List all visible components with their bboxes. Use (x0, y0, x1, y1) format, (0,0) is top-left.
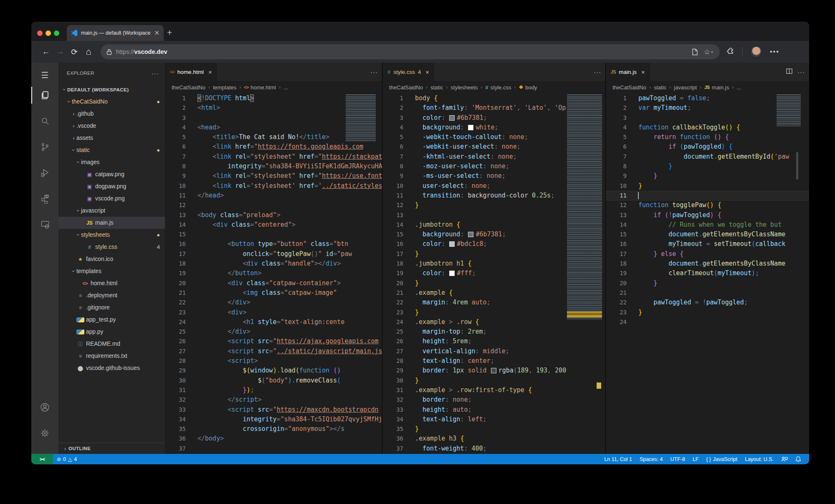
file-tree-item[interactable]: ›images (58, 156, 165, 168)
split-editor-icon[interactable] (786, 68, 792, 76)
status-item-utf-8[interactable]: UTF-8 (666, 456, 688, 462)
more-actions-icon[interactable]: ··· (370, 68, 378, 76)
editor-tab-main.js[interactable]: JSmain.js× (606, 63, 650, 81)
file-tree-item[interactable]: ›templates (58, 265, 165, 277)
tab-close-icon[interactable]: × (641, 68, 645, 76)
more-actions-icon[interactable]: ··· (594, 68, 601, 76)
file-tree-item[interactable]: ≡.gitignore (58, 301, 165, 314)
profile-avatar[interactable] (750, 46, 762, 58)
extensions-puzzle-icon[interactable] (726, 47, 735, 57)
minimap[interactable] (777, 94, 801, 126)
file-tree-item[interactable]: ›static● (58, 144, 165, 156)
file-tree-item[interactable]: ≡.deployment (58, 289, 165, 301)
new-tab-button[interactable]: + (167, 27, 172, 38)
problems-indicator[interactable]: ⊘ 0 △ 4 (53, 454, 81, 464)
minimize-window-button[interactable] (46, 30, 51, 36)
editor-tab-home.html[interactable]: <>home.html× (165, 63, 218, 81)
code-editor-main.js[interactable]: 1pawToggled = false;2var myTimeout;34fun… (606, 94, 809, 454)
remote-explorer-icon[interactable] (31, 215, 58, 235)
file-tree-item[interactable]: ›.vscode (58, 120, 165, 132)
code-line-content: crossorigin="anonymous"></s (186, 424, 344, 434)
breadcrumb-item[interactable]: theCatSaidNo (172, 84, 205, 91)
explorer-icon[interactable] (31, 85, 58, 105)
file-tree-item[interactable]: ›assets (58, 132, 165, 144)
breadcrumb-item[interactable]: javascript (674, 84, 697, 91)
breadcrumb-item[interactable]: style.css (491, 84, 511, 91)
more-actions-icon[interactable]: ··· (797, 68, 805, 76)
file-tree-item[interactable]: app.py (58, 326, 165, 338)
code-editor-style.css[interactable]: 1body {2 font-family: 'Montserrat', 'Lat… (382, 94, 605, 454)
status-item-lf[interactable]: LF (689, 456, 703, 462)
file-tree-item[interactable]: ▣catpaw.png (58, 168, 165, 180)
breadcrumb-item[interactable]: home.html (250, 84, 276, 91)
breadcrumb-item[interactable]: main.js (712, 84, 729, 91)
settings-gear-icon[interactable] (31, 423, 58, 443)
forward-icon[interactable]: → (53, 47, 67, 56)
code-token: pawToggled (683, 143, 721, 150)
sidebar-more-actions-icon[interactable]: ··· (152, 70, 159, 77)
file-tree-item[interactable]: ›theCatSaidNo● (58, 96, 165, 108)
tab-close-icon[interactable]: × (208, 68, 212, 76)
account-icon[interactable] (31, 397, 58, 417)
tab-close-icon[interactable]: × (425, 68, 429, 76)
zoom-window-button[interactable] (54, 30, 59, 36)
run-debug-icon[interactable] (31, 163, 58, 183)
extensions-icon[interactable] (31, 189, 58, 209)
file-tree-item[interactable]: ⓘREADME.md (58, 338, 165, 350)
file-tree-item[interactable]: ★favicon.ico (58, 253, 165, 265)
file-tree-item[interactable]: ›.github (58, 108, 165, 120)
breadcrumb-item[interactable]: theCatSaidNo (612, 84, 646, 91)
tab-close-icon[interactable]: ✕ (154, 29, 159, 37)
file-tree-item[interactable]: #style.css4 (58, 241, 165, 253)
url-text[interactable]: https://vscode.dev (116, 48, 686, 55)
file-tree-item[interactable]: <>home.html (58, 277, 165, 289)
file-tree-item[interactable]: ≡requirements.txt (58, 350, 165, 362)
add-favorite-icon[interactable]: ☆＋ (704, 48, 714, 56)
scrollbar-thumb[interactable] (796, 152, 798, 180)
editor-tab-style.css[interactable]: #style.css4× (382, 63, 435, 81)
back-icon[interactable]: ← (39, 47, 53, 56)
status-item-spaces-4[interactable]: Spaces: 4 (636, 456, 667, 462)
status-item-ln-11-col-1[interactable]: Ln 11, Col 1 (600, 456, 635, 462)
minimap[interactable] (567, 94, 602, 320)
code-token: togglePaw (672, 201, 706, 209)
status-item-javascript[interactable]: { }JavaScript (702, 456, 741, 462)
search-icon[interactable] (31, 111, 58, 131)
line-number: 31 (382, 385, 403, 395)
breadcrumb-item[interactable]: static (654, 84, 666, 91)
browser-menu-icon[interactable]: ••• (770, 48, 779, 56)
browser-tab[interactable]: main.js — default (Workspace) ✕ (67, 25, 164, 41)
breadcrumb[interactable]: theCatSaidNo›templates›<>home.html›... (165, 81, 382, 94)
file-tree-item[interactable]: ⬤vscode.github-issues (58, 362, 165, 374)
file-tree-item[interactable]: app_test.py (58, 314, 165, 326)
file-tree-item[interactable]: ▣dogpaw.png (58, 180, 165, 192)
file-tree-item[interactable]: ▣vscode.png (58, 192, 165, 205)
file-tree-item[interactable]: ›DEFAULT (WORKSPACE) (58, 84, 165, 96)
outline-section[interactable]: › OUTLINE (58, 443, 165, 454)
breadcrumb-item[interactable]: theCatSaidNo (389, 84, 423, 91)
refresh-icon[interactable]: ⟳ (67, 47, 81, 57)
reading-mode-icon[interactable] (692, 48, 698, 56)
status-item-layout-u-s-[interactable]: Layout: U.S. (741, 456, 777, 462)
breadcrumb[interactable]: theCatSaidNo›static›stylesheets›#style.c… (382, 81, 605, 94)
breadcrumb-item[interactable]: static (430, 84, 443, 91)
breadcrumb[interactable]: theCatSaidNo›static›javascript›JSmain.js… (606, 81, 809, 94)
menu-icon[interactable]: ☰ (31, 65, 58, 85)
minimap[interactable] (346, 94, 376, 141)
remote-indicator[interactable]: >< (31, 454, 53, 464)
breadcrumb-item[interactable]: ... (283, 84, 288, 91)
code-editor-home.html[interactable]: 1<!DOCTYPE html>2<html>34<head>5 <title>… (165, 94, 382, 454)
breadcrumb-item[interactable]: body (525, 84, 537, 91)
address-bar[interactable]: https://vscode.dev ☆＋ (101, 44, 720, 59)
file-tree-item[interactable]: ›stylesheets● (58, 229, 165, 241)
notifications-bell-icon[interactable] (792, 456, 805, 462)
file-tree-item[interactable]: ›javascript (58, 205, 165, 217)
breadcrumb-item[interactable]: templates (213, 84, 236, 91)
breadcrumb-item[interactable]: stylesheets (450, 84, 478, 91)
file-tree-item[interactable]: JSmain.js (58, 217, 165, 229)
feedback-icon[interactable] (777, 456, 792, 462)
source-control-icon[interactable] (31, 137, 58, 157)
breadcrumb-item[interactable]: ... (736, 84, 741, 91)
close-window-button[interactable] (37, 30, 43, 36)
home-icon[interactable]: ⌂ (81, 46, 96, 57)
